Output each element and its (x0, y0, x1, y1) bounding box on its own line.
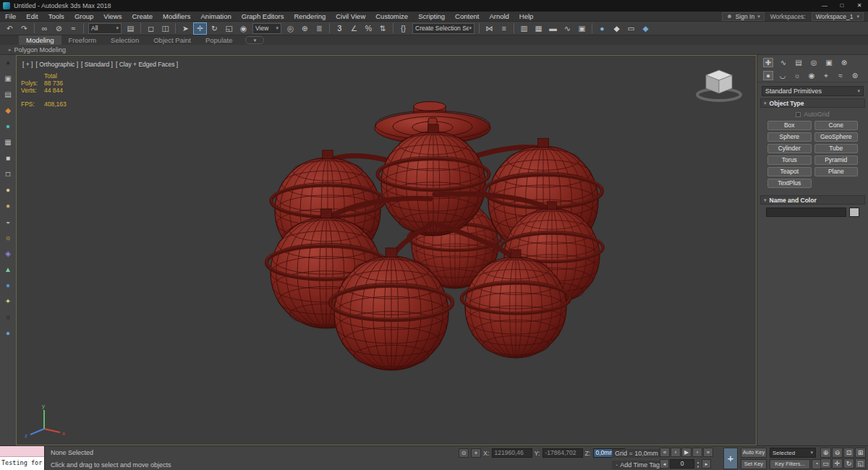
modify-tab-icon[interactable]: ∿ (778, 58, 788, 67)
menu-group[interactable]: Group (69, 12, 98, 20)
rectangular-selection-region-icon[interactable]: ◻ (144, 22, 158, 35)
play-icon[interactable]: ▶ (681, 448, 692, 457)
frame-spinner[interactable]: ▴▾ (695, 460, 701, 469)
ribbon-display-toggle[interactable]: ▾ (245, 36, 264, 44)
toggle-ribbon-icon[interactable]: ▬ (546, 22, 560, 35)
render-production-icon[interactable]: ◆ (639, 22, 652, 35)
zoom-region-icon[interactable]: ▭ (820, 458, 831, 469)
use-pivot-point-icon[interactable]: ◎ (284, 22, 297, 35)
reference-coordinate-dropdown[interactable]: View▾ (252, 23, 281, 34)
rendered-frame-icon[interactable]: ▭ (624, 22, 638, 35)
menu-views[interactable]: Views (98, 12, 127, 20)
object-name-field[interactable] (766, 208, 846, 217)
mirror-icon[interactable]: ⋈ (482, 22, 496, 35)
menu-scripting[interactable]: Scripting (413, 12, 450, 20)
go-to-end-icon[interactable]: » (703, 448, 713, 457)
zoom-extents-all-icon[interactable]: ⊞ (855, 448, 866, 458)
geometry-icon[interactable]: ● (763, 71, 773, 80)
menu-civil-view[interactable]: Civil View (331, 12, 370, 20)
selection-lock-icon[interactable]: ⊙ (459, 448, 469, 458)
dock-icon-18[interactable]: ● (3, 328, 14, 338)
viewcube[interactable] (694, 64, 744, 106)
select-and-scale-icon[interactable]: ◱ (222, 22, 236, 35)
menu-file[interactable]: File (0, 12, 21, 20)
name-color-rollout-header[interactable]: ▾ Name and Color (760, 195, 865, 205)
listener-script-row[interactable]: Testing for i (0, 457, 44, 470)
set-key-button[interactable]: Set Key (741, 459, 767, 469)
primitive-button-plane[interactable]: Plane (814, 167, 859, 176)
cameras-icon[interactable]: ◉ (807, 71, 817, 80)
menu-customize[interactable]: Customize (370, 12, 413, 20)
motion-tab-icon[interactable]: ◎ (809, 58, 819, 67)
align-icon[interactable]: ≡ (497, 22, 511, 35)
y-coordinate-field[interactable]: -17864,702 (542, 448, 583, 458)
bind-to-space-warp-icon[interactable]: ≈ (67, 22, 80, 35)
ribbon-tab-object-paint[interactable]: Object Paint (146, 35, 198, 45)
percent-snap-icon[interactable]: % (362, 22, 375, 35)
dock-launcher-icon[interactable]: ● (3, 57, 14, 68)
hierarchy-tab-icon[interactable]: ▤ (793, 58, 804, 67)
display-tab-icon[interactable]: ▣ (824, 58, 834, 67)
object-color-swatch[interactable] (849, 208, 859, 217)
select-and-move-icon[interactable]: ✛ (193, 22, 207, 35)
viewport[interactable]: [ + ] [ Orthographic ] [ Standard ] [ Cl… (16, 55, 757, 445)
toggle-layer-explorer-icon[interactable]: ▦ (532, 22, 545, 35)
utilities-tab-icon[interactable]: ⊗ (839, 58, 849, 67)
dock-icon-5[interactable]: ● (3, 121, 14, 132)
material-editor-icon[interactable]: ● (595, 22, 609, 35)
maximize-button[interactable]: □ (833, 0, 851, 12)
select-and-manipulate-icon[interactable]: ⊕ (298, 22, 312, 35)
menu-content[interactable]: Content (450, 12, 484, 20)
lights-icon[interactable]: ☼ (792, 71, 802, 80)
menu-graph-editors[interactable]: Graph Editors (237, 12, 289, 20)
ribbon-tab-selection[interactable]: Selection (103, 35, 146, 45)
zoom-extents-icon[interactable]: ⊡ (843, 448, 854, 458)
add-time-tag[interactable]: ◔ Add Time Tag (612, 461, 663, 469)
dock-icon-3[interactable]: ▤ (3, 89, 14, 100)
selection-filter-dropdown[interactable]: All▾ (88, 23, 122, 34)
toggle-scene-explorer-icon[interactable]: ▥ (517, 22, 531, 35)
menu-help[interactable]: Help (514, 12, 539, 20)
maxscript-mini-listener[interactable]: Testing for i (0, 446, 45, 470)
maximize-viewport-icon[interactable]: ◱ (855, 458, 866, 469)
dock-icon-17[interactable]: ■ (3, 312, 14, 322)
key-filters-button[interactable]: Key Filters... (770, 459, 810, 469)
current-frame-field[interactable]: 0 (670, 459, 694, 469)
viewport-standard-menu[interactable]: [ Standard ] (81, 61, 113, 68)
dock-icon-16[interactable]: ✦ (3, 296, 14, 307)
viewport-general-menu[interactable]: [ + ] (22, 61, 33, 68)
shapes-icon[interactable]: ◡ (778, 71, 788, 80)
unlink-selection-icon[interactable]: ⊘ (52, 22, 66, 35)
select-object-icon[interactable]: ➤ (179, 22, 192, 35)
helpers-icon[interactable]: ⌖ (821, 71, 831, 80)
orbit-icon[interactable]: ↻ (843, 458, 854, 469)
dock-icon-6[interactable]: ▦ (3, 137, 14, 148)
menu-create[interactable]: Create (127, 12, 158, 20)
window-crossing-icon[interactable]: ◫ (158, 22, 172, 35)
menu-rendering[interactable]: Rendering (289, 12, 331, 20)
dock-icon-2[interactable]: ▣ (3, 73, 14, 84)
next-key-icon[interactable]: ▸ (702, 459, 711, 469)
primitive-button-cone[interactable]: Cone (814, 121, 859, 130)
viewport-pov-menu[interactable]: [ Orthographic ] (35, 61, 78, 68)
render-setup-icon[interactable]: ◆ (610, 22, 624, 35)
systems-icon[interactable]: ⊛ (850, 71, 860, 80)
select-by-name-icon[interactable]: ▤ (124, 22, 137, 35)
primitive-button-geosphere[interactable]: GeoSphere (814, 132, 859, 142)
create-tab-icon[interactable]: ✚ (763, 58, 773, 67)
close-button[interactable]: ✕ (851, 0, 868, 12)
animate-selection-dropdown[interactable]: Selected ▾ (770, 448, 816, 458)
dock-icon-13[interactable]: ◈ (3, 248, 14, 259)
menu-arnold[interactable]: Arnold (484, 12, 514, 20)
workspace-dropdown[interactable]: Workspace_1 ▾ (812, 12, 864, 21)
select-placement-icon[interactable]: ◉ (237, 22, 250, 35)
named-selection-sets-icon[interactable]: {} (396, 22, 410, 35)
previous-key-icon[interactable]: ◂ (660, 459, 669, 469)
set-keys-button[interactable]: + (723, 448, 738, 469)
ribbon-panel-collapsed[interactable]: ▸ Polygon Modeling (0, 45, 868, 55)
zoom-all-icon[interactable]: ⊖ (832, 448, 843, 458)
zoom-icon[interactable]: ⊕ (820, 448, 831, 458)
primitive-button-textplus[interactable]: TextPlus (767, 179, 812, 188)
primitive-button-teapot[interactable]: Teapot (767, 167, 812, 176)
go-to-start-icon[interactable]: « (660, 448, 670, 457)
